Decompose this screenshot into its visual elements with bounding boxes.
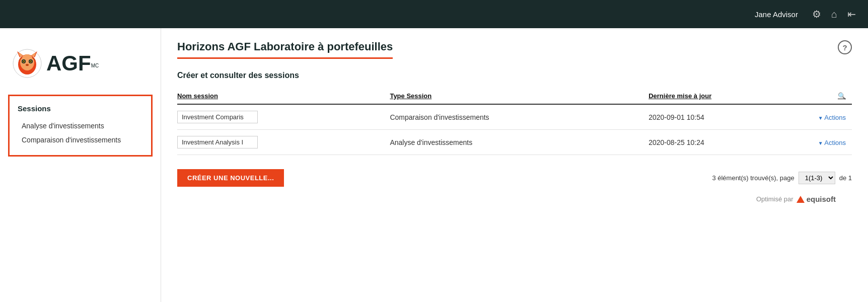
cell-date-1: 2020-09-01 10:54 [648, 104, 818, 130]
sidebar-item-comparaison[interactable]: Comparaison d'investissements [18, 133, 143, 147]
equisoft-brand-name: equisoft [807, 195, 836, 203]
cell-date-2: 2020-08-25 10:24 [648, 130, 818, 155]
table-row: Analyse d'investissements 2020-08-25 10:… [177, 130, 852, 155]
cell-actions-2: Actions [818, 130, 852, 155]
session-name-input-2[interactable] [177, 136, 258, 148]
logout-icon[interactable]: ⇥ [847, 8, 856, 20]
svg-point-11 [23, 61, 24, 62]
pagination-count: 3 élément(s) trouvé(s), page [712, 174, 794, 182]
help-icon[interactable]: ? [838, 40, 852, 54]
footer: Optimisé par equisoft [177, 187, 852, 211]
logo-text-container: AGFMC [46, 53, 99, 74]
cell-nom-session-1 [177, 104, 390, 130]
home-icon[interactable]: ⌂ [831, 9, 837, 20]
top-navigation: Jane Advisor ⚙ ⌂ ⇥ [0, 0, 868, 28]
cell-actions-1: Actions [818, 104, 852, 130]
search-icon: 🔍 [838, 92, 846, 100]
logo-tm: MC [91, 63, 99, 68]
sidebar-section-title: Sessions [18, 104, 143, 113]
logo-agf: AGF [46, 51, 91, 75]
settings-icon[interactable]: ⚙ [812, 8, 821, 20]
create-new-button[interactable]: CRÉER UNE NOUVELLE... [177, 169, 284, 187]
sessions-table: Nom session Type Session Dernière mise à… [177, 88, 852, 155]
page-layout: AGFMC Sessions Analyse d'investissements… [0, 28, 868, 302]
username-label: Jane Advisor [755, 10, 798, 19]
col-derniere-maj[interactable]: Dernière mise à jour [648, 88, 818, 104]
section-title: Créer et consulter des sessions [177, 71, 852, 80]
equisoft-triangle-icon [797, 196, 805, 203]
equisoft-logo: equisoft [797, 195, 836, 203]
col-search[interactable]: 🔍 [818, 88, 852, 104]
page-title: Horizons AGF Laboratoire à portefeuilles [177, 40, 393, 59]
main-content: ? Horizons AGF Laboratoire à portefeuill… [161, 28, 868, 302]
col-type-session[interactable]: Type Session [390, 88, 648, 104]
sidebar: AGFMC Sessions Analyse d'investissements… [0, 28, 161, 302]
cell-type-session-1: Comparaison d'investissements [390, 104, 648, 130]
actions-dropdown-1[interactable]: Actions [818, 114, 846, 121]
col-nom-session[interactable]: Nom session [177, 88, 390, 104]
svg-point-13 [26, 64, 29, 66]
table-row: Comparaison d'investissements 2020-09-01… [177, 104, 852, 130]
session-name-input-1[interactable] [177, 111, 258, 123]
cell-nom-session-2 [177, 130, 390, 155]
pagination-info: 3 élément(s) trouvé(s), page 1(1-3) de 1 [712, 172, 852, 184]
sidebar-logo: AGFMC [0, 40, 161, 95]
sidebar-nav-box: Sessions Analyse d'investissements Compa… [8, 95, 153, 157]
table-header-row: Nom session Type Session Dernière mise à… [177, 88, 852, 104]
actions-dropdown-2[interactable]: Actions [818, 139, 846, 146]
tiger-icon [12, 48, 42, 79]
cell-type-session-2: Analyse d'investissements [390, 130, 648, 155]
svg-point-12 [30, 61, 31, 62]
bottom-bar: CRÉER UNE NOUVELLE... 3 élément(s) trouv… [177, 165, 852, 187]
pagination-of: de 1 [839, 174, 852, 182]
optimized-by-label: Optimisé par [756, 195, 793, 203]
sidebar-item-analyse[interactable]: Analyse d'investissements [18, 119, 143, 133]
pagination-select[interactable]: 1(1-3) [799, 172, 835, 184]
